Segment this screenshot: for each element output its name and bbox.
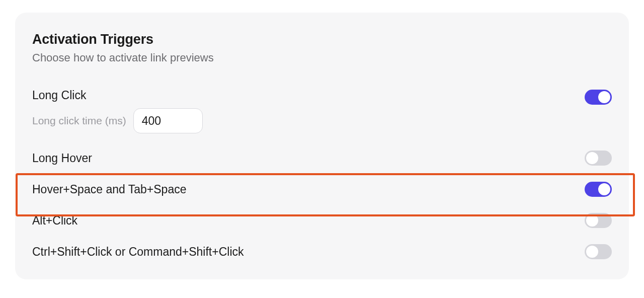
toggle-long-click[interactable]: [585, 90, 612, 105]
long-click-time-label: Long click time (ms): [32, 115, 126, 127]
trigger-label-ctrl-shift-click: Ctrl+Shift+Click or Command+Shift+Click: [32, 245, 244, 259]
trigger-label-long-click: Long Click: [32, 89, 203, 102]
trigger-row-long-hover: Long Hover: [32, 148, 612, 168]
toggle-hover-space[interactable]: [585, 182, 612, 197]
long-click-time-input[interactable]: [133, 108, 203, 133]
activation-triggers-panel: Activation Triggers Choose how to activa…: [15, 13, 629, 279]
trigger-row-long-click: Long Click Long click time (ms): [32, 89, 612, 133]
trigger-row-alt-click: Alt+Click: [32, 211, 612, 230]
toggle-ctrl-shift-click[interactable]: [585, 244, 612, 259]
panel-subtitle: Choose how to activate link previews: [32, 51, 612, 64]
trigger-label-alt-click: Alt+Click: [32, 214, 77, 228]
trigger-row-hover-space: Hover+Space and Tab+Space: [32, 180, 612, 199]
panel-title: Activation Triggers: [32, 32, 612, 47]
toggle-alt-click[interactable]: [585, 213, 612, 228]
trigger-row-ctrl-shift-click: Ctrl+Shift+Click or Command+Shift+Click: [32, 242, 612, 261]
trigger-label-long-hover: Long Hover: [32, 152, 92, 165]
toggle-long-hover[interactable]: [585, 151, 612, 166]
trigger-label-hover-space: Hover+Space and Tab+Space: [32, 183, 186, 196]
long-click-time-row: Long click time (ms): [32, 108, 203, 133]
